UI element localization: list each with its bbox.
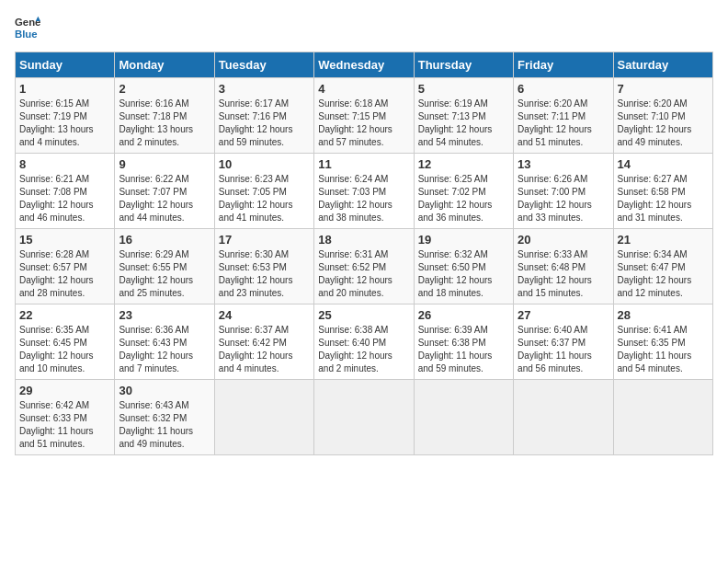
col-header-monday: Monday [115, 52, 214, 78]
calendar-cell: 24 Sunrise: 6:37 AMSunset: 6:42 PMDaylig… [214, 304, 313, 380]
calendar-cell: 14 Sunrise: 6:27 AMSunset: 6:58 PMDaylig… [613, 154, 712, 229]
svg-text:Blue: Blue [15, 29, 38, 40]
day-detail: Sunrise: 6:23 AMSunset: 7:05 PMDaylight:… [219, 173, 310, 224]
calendar-cell: 11 Sunrise: 6:24 AMSunset: 7:03 PMDaylig… [314, 154, 414, 229]
calendar-cell: 13 Sunrise: 6:26 AMSunset: 7:00 PMDaylig… [514, 154, 613, 229]
calendar-cell: 6 Sunrise: 6:20 AMSunset: 7:11 PMDayligh… [514, 78, 613, 154]
calendar-cell: 2 Sunrise: 6:16 AMSunset: 7:18 PMDayligh… [115, 78, 214, 154]
calendar-cell: 26 Sunrise: 6:39 AMSunset: 6:38 PMDaylig… [414, 304, 513, 380]
col-header-sunday: Sunday [16, 52, 115, 78]
day-number: 29 [19, 384, 110, 397]
calendar-cell [414, 380, 513, 455]
calendar-cell: 1 Sunrise: 6:15 AMSunset: 7:19 PMDayligh… [16, 78, 115, 154]
calendar-cell: 28 Sunrise: 6:41 AMSunset: 6:35 PMDaylig… [613, 304, 712, 380]
day-detail: Sunrise: 6:16 AMSunset: 7:18 PMDaylight:… [119, 98, 210, 149]
calendar-cell: 16 Sunrise: 6:29 AMSunset: 6:55 PMDaylig… [115, 229, 214, 304]
day-number: 28 [618, 308, 709, 322]
calendar-cell: 30 Sunrise: 6:43 AMSunset: 6:32 PMDaylig… [115, 380, 214, 455]
calendar-cell: 5 Sunrise: 6:19 AMSunset: 7:13 PMDayligh… [414, 78, 513, 154]
day-detail: Sunrise: 6:41 AMSunset: 6:35 PMDaylight:… [618, 324, 709, 375]
calendar-cell [314, 380, 414, 455]
day-number: 24 [219, 308, 310, 322]
col-header-thursday: Thursday [414, 52, 513, 78]
calendar-cell: 8 Sunrise: 6:21 AMSunset: 7:08 PMDayligh… [16, 154, 115, 229]
day-number: 20 [518, 233, 609, 247]
day-number: 5 [418, 82, 509, 96]
day-number: 27 [518, 308, 609, 322]
day-number: 12 [418, 157, 509, 171]
calendar-cell: 12 Sunrise: 6:25 AMSunset: 7:02 PMDaylig… [414, 154, 513, 229]
day-detail: Sunrise: 6:15 AMSunset: 7:19 PMDaylight:… [19, 98, 110, 149]
day-detail: Sunrise: 6:20 AMSunset: 7:10 PMDaylight:… [618, 98, 709, 149]
calendar-table: SundayMondayTuesdayWednesdayThursdayFrid… [15, 52, 713, 455]
day-detail: Sunrise: 6:36 AMSunset: 6:43 PMDaylight:… [119, 324, 210, 375]
calendar-cell: 27 Sunrise: 6:40 AMSunset: 6:37 PMDaylig… [514, 304, 613, 380]
day-number: 18 [318, 233, 409, 247]
col-header-wednesday: Wednesday [314, 52, 414, 78]
col-header-tuesday: Tuesday [214, 52, 313, 78]
calendar-cell: 19 Sunrise: 6:32 AMSunset: 6:50 PMDaylig… [414, 229, 513, 304]
day-number: 10 [219, 157, 310, 171]
day-detail: Sunrise: 6:19 AMSunset: 7:13 PMDaylight:… [418, 98, 509, 149]
day-detail: Sunrise: 6:18 AMSunset: 7:15 PMDaylight:… [318, 98, 409, 149]
day-detail: Sunrise: 6:37 AMSunset: 6:42 PMDaylight:… [219, 324, 310, 375]
day-detail: Sunrise: 6:25 AMSunset: 7:02 PMDaylight:… [418, 173, 509, 224]
day-detail: Sunrise: 6:26 AMSunset: 7:00 PMDaylight:… [518, 173, 609, 224]
logo-icon: General Blue [15, 15, 40, 40]
day-number: 8 [19, 157, 110, 171]
calendar-cell: 18 Sunrise: 6:31 AMSunset: 6:52 PMDaylig… [314, 229, 414, 304]
day-detail: Sunrise: 6:22 AMSunset: 7:07 PMDaylight:… [119, 173, 210, 224]
day-number: 19 [418, 233, 509, 247]
day-number: 14 [618, 157, 709, 171]
day-number: 22 [19, 308, 110, 322]
calendar-cell: 4 Sunrise: 6:18 AMSunset: 7:15 PMDayligh… [314, 78, 414, 154]
day-number: 17 [219, 233, 310, 247]
day-number: 23 [119, 308, 210, 322]
day-number: 1 [19, 82, 110, 96]
calendar-cell: 20 Sunrise: 6:33 AMSunset: 6:48 PMDaylig… [514, 229, 613, 304]
day-number: 25 [318, 308, 409, 322]
day-detail: Sunrise: 6:38 AMSunset: 6:40 PMDaylight:… [318, 324, 409, 375]
day-detail: Sunrise: 6:30 AMSunset: 6:53 PMDaylight:… [219, 248, 310, 300]
calendar-cell [514, 380, 613, 455]
logo: General Blue [15, 15, 40, 40]
day-detail: Sunrise: 6:20 AMSunset: 7:11 PMDaylight:… [518, 98, 609, 149]
calendar-cell: 15 Sunrise: 6:28 AMSunset: 6:57 PMDaylig… [16, 229, 115, 304]
day-number: 16 [119, 233, 210, 247]
calendar-cell: 21 Sunrise: 6:34 AMSunset: 6:47 PMDaylig… [613, 229, 712, 304]
day-detail: Sunrise: 6:34 AMSunset: 6:47 PMDaylight:… [618, 248, 709, 300]
calendar-cell: 3 Sunrise: 6:17 AMSunset: 7:16 PMDayligh… [214, 78, 313, 154]
calendar-cell: 29 Sunrise: 6:42 AMSunset: 6:33 PMDaylig… [16, 380, 115, 455]
day-detail: Sunrise: 6:32 AMSunset: 6:50 PMDaylight:… [418, 248, 509, 300]
day-detail: Sunrise: 6:42 AMSunset: 6:33 PMDaylight:… [19, 399, 110, 451]
day-detail: Sunrise: 6:21 AMSunset: 7:08 PMDaylight:… [19, 173, 110, 224]
day-number: 21 [618, 233, 709, 247]
calendar-cell [214, 380, 313, 455]
day-number: 2 [119, 82, 210, 96]
day-detail: Sunrise: 6:40 AMSunset: 6:37 PMDaylight:… [518, 324, 609, 375]
calendar-cell: 22 Sunrise: 6:35 AMSunset: 6:45 PMDaylig… [16, 304, 115, 380]
day-number: 30 [119, 384, 210, 397]
day-detail: Sunrise: 6:27 AMSunset: 6:58 PMDaylight:… [618, 173, 709, 224]
day-detail: Sunrise: 6:17 AMSunset: 7:16 PMDaylight:… [219, 98, 310, 149]
calendar-cell: 23 Sunrise: 6:36 AMSunset: 6:43 PMDaylig… [115, 304, 214, 380]
day-detail: Sunrise: 6:24 AMSunset: 7:03 PMDaylight:… [318, 173, 409, 224]
day-number: 11 [318, 157, 409, 171]
svg-text:General: General [15, 17, 40, 28]
day-detail: Sunrise: 6:33 AMSunset: 6:48 PMDaylight:… [518, 248, 609, 300]
page-header: General Blue [15, 15, 713, 40]
day-number: 6 [518, 82, 609, 96]
day-detail: Sunrise: 6:29 AMSunset: 6:55 PMDaylight:… [119, 248, 210, 300]
calendar-cell: 25 Sunrise: 6:38 AMSunset: 6:40 PMDaylig… [314, 304, 414, 380]
day-number: 7 [618, 82, 709, 96]
col-header-friday: Friday [514, 52, 613, 78]
col-header-saturday: Saturday [613, 52, 712, 78]
day-detail: Sunrise: 6:39 AMSunset: 6:38 PMDaylight:… [418, 324, 509, 375]
day-number: 26 [418, 308, 509, 322]
calendar-cell: 9 Sunrise: 6:22 AMSunset: 7:07 PMDayligh… [115, 154, 214, 229]
calendar-cell: 7 Sunrise: 6:20 AMSunset: 7:10 PMDayligh… [613, 78, 712, 154]
day-number: 13 [518, 157, 609, 171]
day-detail: Sunrise: 6:28 AMSunset: 6:57 PMDaylight:… [19, 248, 110, 300]
day-detail: Sunrise: 6:43 AMSunset: 6:32 PMDaylight:… [119, 399, 210, 451]
day-number: 4 [318, 82, 409, 96]
